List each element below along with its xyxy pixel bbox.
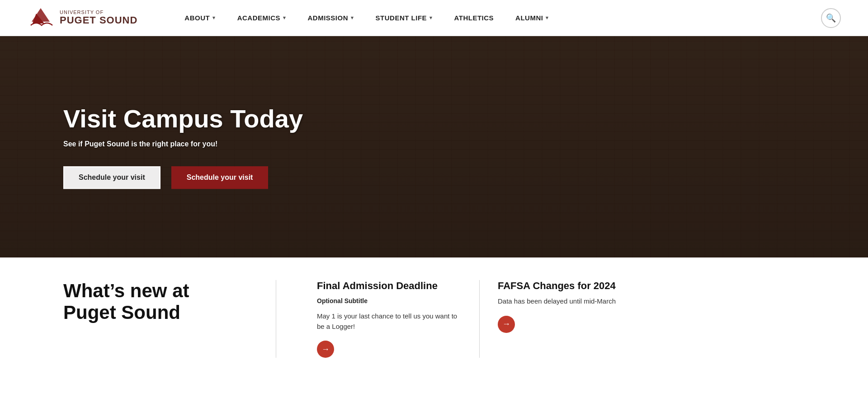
news-card-1-body: May 1 is your last chance to tell us you…: [317, 311, 461, 332]
hero-subtitle: See if Puget Sound is the right place fo…: [63, 140, 303, 148]
news-heading: What’s new at Puget Sound: [63, 280, 253, 358]
nav-athletics[interactable]: Athletics: [443, 0, 505, 36]
news-card-1: Final Admission Deadline Optional Subtit…: [299, 280, 480, 358]
site-header: University of Puget Sound About ▾ Academ…: [0, 0, 868, 36]
hero-section: Visit Campus Today See if Puget Sound is…: [0, 36, 868, 257]
arrow-right-icon: →: [321, 345, 330, 354]
chevron-down-icon: ▾: [283, 15, 286, 21]
arrow-right-icon: →: [502, 319, 510, 329]
main-nav: About ▾ Academics ▾ Admission ▾ Student …: [174, 0, 821, 36]
nav-admission[interactable]: Admission ▾: [297, 0, 365, 36]
hero-buttons: Schedule your visit Schedule your visit: [63, 166, 303, 189]
news-section: What’s new at Puget Sound Final Admissio…: [0, 257, 868, 380]
news-card-2-body: Data has been delayed until mid-March: [498, 296, 642, 307]
chevron-down-icon: ▾: [429, 15, 433, 21]
news-card-1-subtitle: Optional Subtitle: [317, 296, 461, 306]
nav-about[interactable]: About ▾: [174, 0, 226, 36]
news-card-2-arrow-button[interactable]: →: [498, 316, 515, 333]
news-section-title: What’s new at Puget Sound: [63, 280, 226, 324]
news-card-2-title: FAFSA Changes for 2024: [498, 280, 642, 292]
logo-icon: [27, 5, 54, 32]
schedule-visit-outline-button[interactable]: Schedule your visit: [63, 166, 160, 189]
nav-alumni[interactable]: Alumni ▾: [505, 0, 560, 36]
chevron-down-icon: ▾: [546, 15, 549, 21]
chevron-down-icon: ▾: [212, 15, 216, 21]
news-divider: [276, 280, 276, 358]
logo-puget-sound: Puget Sound: [60, 15, 137, 26]
logo-text: University of Puget Sound: [60, 9, 137, 26]
nav-student-life[interactable]: Student Life ▾: [365, 0, 443, 36]
news-card-1-arrow-button[interactable]: →: [317, 341, 334, 358]
news-card-1-title: Final Admission Deadline: [317, 280, 461, 292]
logo-link[interactable]: University of Puget Sound: [27, 5, 137, 32]
search-button[interactable]: 🔍: [821, 8, 841, 28]
nav-academics[interactable]: Academics ▾: [226, 0, 297, 36]
news-card-2: FAFSA Changes for 2024 Data has been del…: [480, 280, 660, 358]
hero-content: Visit Campus Today See if Puget Sound is…: [63, 105, 303, 189]
hero-title: Visit Campus Today: [63, 105, 303, 133]
schedule-visit-solid-button[interactable]: Schedule your visit: [171, 166, 269, 189]
search-icon: 🔍: [826, 13, 836, 23]
chevron-down-icon: ▾: [351, 15, 354, 21]
